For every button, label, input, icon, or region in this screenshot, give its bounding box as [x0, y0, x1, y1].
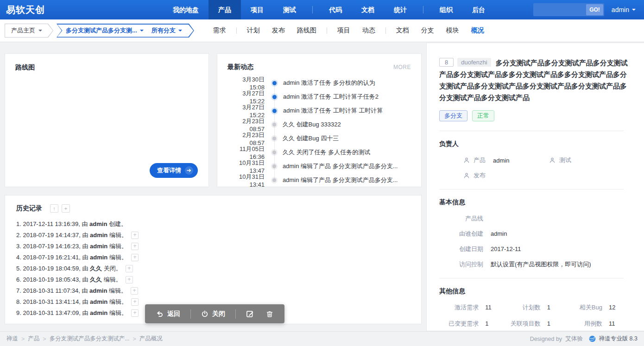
crumb-product-name[interactable]: 多分支测试产品多分支测试产... — [50, 335, 130, 343]
view-detail-button[interactable]: 查看详情 — [150, 163, 198, 178]
expand-all-button[interactable]: + — [62, 204, 70, 213]
nav-item-my-dashboard[interactable]: 我的地盘 — [163, 0, 208, 19]
timeline-dot-icon — [272, 81, 277, 85]
undo-arrow-icon — [156, 310, 164, 318]
info-value: 2017-12-11 — [491, 245, 521, 252]
tab-roadmap[interactable]: 路线图 — [291, 26, 322, 35]
nav-item-admin-panel[interactable]: 后台 — [462, 0, 495, 19]
toolbar-divider — [235, 309, 236, 319]
tab-divider — [385, 27, 386, 34]
history-expand-button[interactable]: + — [131, 243, 139, 250]
activity-text[interactable]: 久久 创建Bug 四十三 — [283, 134, 339, 143]
user-icon — [463, 172, 470, 179]
activity-text[interactable]: 久久 关闭了任务 多人任务的测试 — [283, 148, 370, 157]
nav-item-code[interactable]: 代码 — [319, 0, 352, 19]
crumb-overview[interactable]: 产品概况 — [139, 335, 163, 343]
toolbar-divider — [190, 309, 191, 319]
history-action: 关闭。 — [102, 265, 122, 272]
sub-navbar: 产品主页 多分支测试产品多分支测... 所有分支 需求 计划 发布 路线图 项目… — [0, 19, 644, 42]
nav-item-doc[interactable]: 文档 — [352, 0, 384, 19]
tab-dynamic[interactable]: 动态 — [356, 26, 381, 35]
history-item: 1. 2017-12-11 13:16:39, 由 admin 创建。 — [16, 219, 410, 230]
tab-release[interactable]: 发布 — [266, 26, 291, 35]
nav-item-organization[interactable]: 组织 — [430, 0, 462, 19]
product-header: 8duofenzhi多分支测试产品多分支测试产品多分支测试产品多分支测试产品多多… — [439, 57, 633, 103]
tab-divider — [236, 27, 237, 34]
activity-text[interactable]: admin 激活了任务 工时计算 工时计算 — [283, 107, 383, 115]
history-expand-button[interactable]: + — [126, 265, 133, 272]
tab-branch[interactable]: 分支 — [415, 26, 440, 35]
search-go-button[interactable]: GO! — [586, 4, 603, 15]
history-expand-button[interactable]: + — [131, 309, 139, 317]
branch-select[interactable]: 所有分支 — [152, 26, 182, 35]
product-select[interactable]: 多分支测试产品多分支测... — [66, 26, 144, 35]
nav-item-stats[interactable]: 统计 — [384, 0, 417, 19]
info-value: admin — [491, 230, 507, 237]
activity-item: 11月05日 16:36 久久 关闭了任务 多人任务的测试 — [227, 145, 411, 159]
activity-text[interactable]: admin 编辑了产品 多分支测试产品多分支... — [283, 162, 398, 170]
info-row-created-date: 创建日期 2017-12-11 — [439, 245, 633, 253]
activity-time: 10月31日 13:41 — [227, 173, 265, 188]
tab-story[interactable]: 需求 — [207, 26, 232, 35]
stat-label: 已变更需求 — [439, 320, 479, 328]
close-button[interactable]: 关闭 — [198, 310, 228, 318]
history-expand-button[interactable]: + — [126, 276, 133, 283]
designer-link[interactable]: 艾体验 — [565, 335, 583, 343]
timeline-dot-icon — [272, 137, 276, 140]
history-text: 2. 2018-07-19 14:14:37, 由 — [16, 232, 90, 239]
activity-text[interactable]: 久久 创建Bug 333322 — [283, 120, 341, 129]
owner-test: 测试 — [549, 156, 633, 164]
timeline-dot-icon — [272, 109, 277, 113]
stat-value[interactable]: 1 — [547, 304, 563, 311]
user-menu[interactable]: admin — [612, 6, 636, 13]
history-text: 7. 2018-10-31 11:07:34, 由 — [16, 287, 89, 294]
activity-text[interactable]: admin 编辑了产品 多分支测试产品多分支... — [283, 176, 398, 184]
info-row-created-by: 由谁创建 admin — [439, 230, 633, 238]
info-value: 默认设置(有产品视图权限，即可访问) — [491, 260, 591, 269]
activity-item: 2月23日 08:57 久久 创建Bug 四十三 — [227, 132, 411, 145]
activity-text[interactable]: admin 激活了任务 工时计算子任务2 — [283, 93, 379, 101]
tab-doc[interactable]: 文档 — [390, 26, 415, 35]
stat-value[interactable]: 11 — [485, 304, 501, 311]
nav-item-product[interactable]: 产品 — [208, 0, 241, 19]
history-expand-button[interactable]: + — [131, 232, 139, 239]
product-id-badge: 8 — [439, 58, 454, 67]
footer-credits: Designed by 艾体验 禅道专业版 8.3 — [530, 335, 638, 343]
info-row-product-line: 产品线 — [439, 214, 633, 223]
stat-cases: 用例数 11 — [563, 320, 625, 328]
other-info-title: 其他信息 — [439, 287, 633, 296]
history-actor: admin — [89, 220, 107, 227]
history-expand-button[interactable]: + — [131, 287, 138, 295]
stat-value[interactable]: 1 — [485, 320, 501, 327]
activity-text[interactable]: admin 激活了任务 多分枝的的认为 — [283, 79, 375, 87]
reverse-order-button[interactable]: ↑ — [50, 204, 58, 213]
crumb-product[interactable]: 产品 — [28, 335, 39, 343]
stat-value[interactable]: 12 — [609, 304, 625, 311]
history-expand-button[interactable]: + — [131, 254, 139, 261]
history-expand-button[interactable]: + — [131, 298, 139, 306]
product-home-button[interactable]: 产品主页 — [5, 24, 53, 38]
tab-plan[interactable]: 计划 — [241, 26, 266, 35]
delete-button[interactable] — [263, 310, 276, 318]
info-row-access-control: 访问控制 默认设置(有产品视图权限，即可访问) — [439, 260, 633, 269]
crumb-home[interactable]: 禅道 — [6, 335, 18, 343]
caret-down-icon — [38, 30, 42, 31]
edit-button[interactable] — [243, 310, 257, 318]
nav-item-project[interactable]: 项目 — [241, 0, 273, 19]
basic-info-title: 基本信息 — [439, 198, 633, 207]
history-actor: admin — [90, 298, 107, 305]
global-search-input[interactable] — [534, 4, 586, 15]
stat-label: 关联项目数 — [501, 320, 540, 328]
back-button[interactable]: 返回 — [153, 310, 183, 318]
tab-overview[interactable]: 概况 — [465, 26, 490, 35]
stat-value[interactable]: 1 — [547, 320, 563, 327]
activity-title: 最新动态 — [227, 63, 253, 71]
nav-item-test[interactable]: 测试 — [273, 0, 306, 19]
tab-project[interactable]: 项目 — [331, 26, 356, 35]
more-link[interactable]: MORE — [393, 64, 411, 70]
roadmap-panel: 路线图 查看详情 — [5, 53, 209, 187]
app-logo[interactable]: 易软天创 — [6, 4, 45, 16]
stat-value[interactable]: 11 — [609, 320, 625, 327]
tab-module[interactable]: 模块 — [440, 26, 465, 35]
history-item: 3. 2018-07-19 14:16:23, 由 admin 编辑。+ — [16, 241, 410, 252]
